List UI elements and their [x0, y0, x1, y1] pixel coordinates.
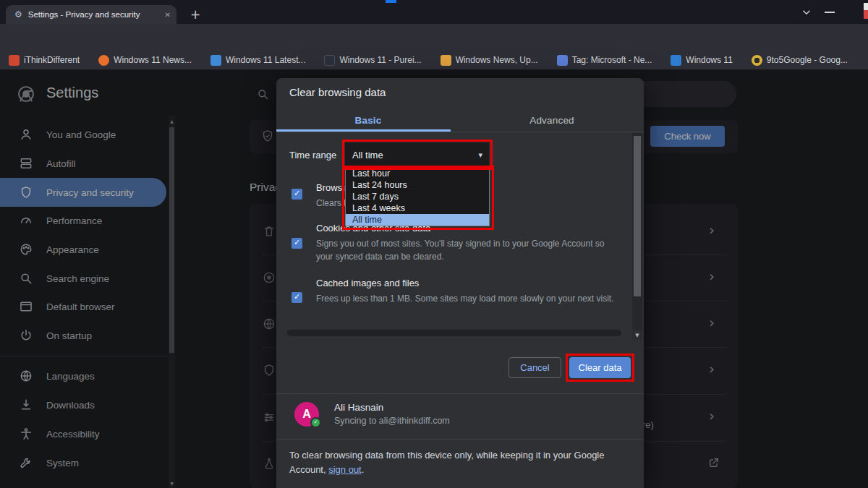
- browsing-history-checkbox[interactable]: ✓: [292, 189, 302, 200]
- dropdown-option-last-hour[interactable]: Last hour: [346, 168, 489, 179]
- caret-down-icon: ▾: [478, 150, 482, 160]
- close-tab-icon[interactable]: ✕: [165, 11, 171, 19]
- clear-data-button[interactable]: Clear data: [569, 357, 631, 378]
- dialog-title: Clear browsing data: [289, 86, 386, 98]
- bookmark-favicon: [671, 55, 681, 66]
- row-title: Cached images and files: [316, 278, 419, 288]
- time-range-select[interactable]: All time ▾: [345, 142, 489, 167]
- tab-advanced[interactable]: Advanced: [460, 108, 644, 132]
- bookmark-favicon: [98, 55, 109, 66]
- bookmark-item[interactable]: Windows 11: [671, 55, 732, 66]
- account-sync-status: Syncing to ali@ithinkdiff.com: [334, 416, 450, 426]
- cookies-checkbox[interactable]: ✓: [292, 238, 302, 249]
- dialog-scrollbar-thumb[interactable]: [634, 136, 641, 296]
- bookmark-item[interactable]: Windows 11 - Purei...: [324, 55, 421, 66]
- bookmark-label: Windows 11: [686, 55, 732, 65]
- bookmark-label: Windows 11 - Purei...: [339, 55, 421, 65]
- cached-images-checkbox[interactable]: ✓: [292, 292, 302, 303]
- bookmark-item[interactable]: Windows News, Up...: [441, 55, 538, 66]
- bookmark-item[interactable]: Windows 11 News...: [98, 55, 192, 66]
- time-range-value: All time: [352, 150, 383, 160]
- bookmark-favicon: [324, 55, 335, 66]
- bookmark-label: Windows 11 Latest...: [226, 55, 306, 65]
- settings-gear-favicon-icon: ⚙: [14, 9, 22, 20]
- bookmark-favicon: [441, 55, 451, 66]
- top-blue-indicator: [386, 0, 396, 3]
- bookmark-favicon: [557, 55, 568, 66]
- row-description: Frees up less than 1 MB. Some sites may …: [316, 292, 617, 305]
- window-control-fragment: [864, 3, 868, 10]
- horizontal-scrollbar[interactable]: [287, 330, 621, 336]
- dropdown-option-last-4-weeks[interactable]: Last 4 weeks: [346, 202, 489, 214]
- bookmark-label: 9to5Google - Goog...: [767, 55, 848, 65]
- sign-out-note: To clear browsing data from this device …: [289, 448, 626, 477]
- sign-out-link[interactable]: sign out: [328, 464, 362, 475]
- browser-toolbar: Chrome | chrome://settings/clearBrowserD…: [0, 24, 868, 51]
- dropdown-option-last-7-days[interactable]: Last 7 days: [346, 191, 489, 202]
- cancel-button[interactable]: Cancel: [509, 357, 561, 378]
- scroll-down-icon[interactable]: ▼: [632, 330, 642, 341]
- bookmarks-bar: iThinkDifferent Windows 11 News... Windo…: [0, 51, 868, 70]
- window-chevron-icon[interactable]: [800, 6, 813, 19]
- row-description: Signs you out of most sites. You'll stay…: [316, 237, 617, 263]
- bookmark-favicon: [752, 55, 762, 66]
- bookmark-label: Tag: Microsoft - Ne...: [572, 55, 652, 65]
- browser-window: ⚙ Settings - Privacy and security ✕ + Ch…: [0, 0, 868, 488]
- bookmark-label: Windows 11 News...: [114, 55, 192, 65]
- dialog-divider: [276, 132, 644, 132]
- bookmark-item[interactable]: Tag: Microsoft - Ne...: [557, 55, 652, 66]
- dialog-divider: [276, 439, 644, 440]
- browser-tab[interactable]: ⚙ Settings - Privacy and security ✕: [6, 5, 176, 24]
- time-range-dropdown-list: Last hour Last 24 hours Last 7 days Last…: [345, 167, 490, 226]
- tab-basic[interactable]: Basic: [276, 108, 460, 132]
- tab-title: Settings - Privacy and security: [28, 10, 159, 19]
- bookmark-item[interactable]: Windows 11 Latest...: [210, 55, 306, 66]
- bookmark-item[interactable]: iThinkDifferent: [9, 55, 80, 66]
- bookmark-label: Windows News, Up...: [456, 55, 538, 65]
- bookmark-label: iThinkDifferent: [24, 55, 80, 65]
- tab-bar: ⚙ Settings - Privacy and security ✕ +: [0, 0, 868, 24]
- bookmark-favicon: [9, 55, 20, 66]
- dialog-divider: [276, 393, 644, 394]
- sign-out-note-period: .: [362, 464, 365, 475]
- dropdown-option-last-24-hours[interactable]: Last 24 hours: [346, 179, 489, 191]
- window-minimize-button[interactable]: [825, 12, 835, 13]
- bookmark-item[interactable]: 9to5Google - Goog...: [752, 55, 848, 66]
- dropdown-option-all-time[interactable]: All time: [346, 214, 489, 226]
- bookmark-favicon: [210, 55, 221, 66]
- sync-check-badge-icon: ✓: [310, 417, 321, 428]
- account-name: Ali Hasnain: [334, 402, 383, 413]
- window-close-fragment[interactable]: [864, 10, 868, 19]
- clear-browsing-data-dialog: Clear browsing data Basic Advanced Time …: [276, 78, 644, 488]
- time-range-label: Time range: [289, 150, 336, 160]
- new-tab-button[interactable]: +: [187, 6, 204, 23]
